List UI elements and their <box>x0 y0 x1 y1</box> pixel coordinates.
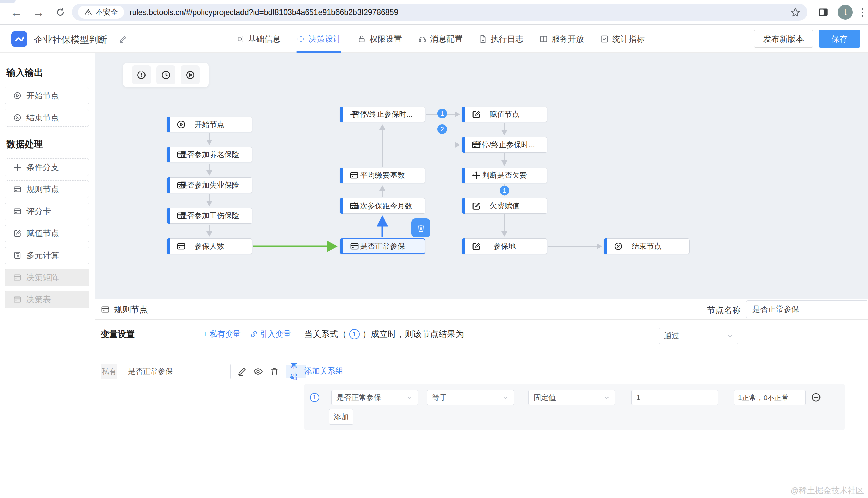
tab-statistics[interactable]: 统计指标 <box>600 25 645 53</box>
palette-item-assign-node[interactable]: 赋值节点 <box>5 225 89 242</box>
import-variable-link[interactable]: 引入变量 <box>250 329 291 339</box>
delete-node-button[interactable] <box>411 219 431 237</box>
flow-node-insured-place[interactable]: 参保地 <box>462 238 548 254</box>
move-icon <box>13 163 22 172</box>
flow-node-unemployment[interactable]: 是否参加失业保险 <box>167 178 252 193</box>
reload-icon <box>55 7 65 17</box>
tab-message-config[interactable]: 消息配置 <box>418 25 463 53</box>
app-header: 企业社保模型判断 基础信息 决策设计 权限设置 消息配置 执行日志 服务开放 <box>0 25 868 53</box>
flow-node-assign[interactable]: 赋值节点 <box>462 106 548 122</box>
x-circle-icon <box>614 241 623 251</box>
header-tabs: 基础信息 决策设计 权限设置 消息配置 执行日志 服务开放 统计指标 <box>236 25 645 53</box>
node-name-input[interactable] <box>746 300 867 318</box>
palette-item-multi-calc[interactable]: 多元计算 <box>5 247 89 264</box>
flow-node-arrears-assign[interactable]: 欠费赋值 <box>462 198 548 214</box>
add-relation-group-link[interactable]: 添加关系组 <box>304 366 343 376</box>
condition-value-type-select[interactable]: 固定值 <box>528 390 615 405</box>
flow-node-pension[interactable]: 是否参加养老保险 <box>167 147 252 162</box>
trash-icon <box>416 223 426 233</box>
palette-item-decision-matrix: 决策矩阵 <box>5 269 89 286</box>
card-icon <box>13 295 22 304</box>
flow-node-start[interactable]: 开始节点 <box>167 117 252 132</box>
palette-item-score-card[interactable]: 评分卡 <box>5 202 89 220</box>
edit-icon <box>472 201 481 211</box>
flow-node-insured-count[interactable]: 参保人数 <box>167 238 252 254</box>
condition-remark-input[interactable] <box>734 390 806 405</box>
browser-menu-icon[interactable] <box>862 8 863 17</box>
security-chip[interactable]: 不安全 <box>78 6 124 19</box>
validate-button[interactable] <box>132 65 151 84</box>
add-condition-button[interactable]: 添加 <box>329 409 353 425</box>
lock-icon <box>357 35 366 43</box>
tab-basic-info[interactable]: 基础信息 <box>236 25 280 53</box>
chevron-down-icon <box>726 332 733 339</box>
save-button[interactable]: 保存 <box>819 30 860 48</box>
flow-canvas[interactable]: 开始节点 是否参加养老保险 是否参加失业保险 是否参加工伤保险 参保人数 暂停/… <box>95 53 868 299</box>
run-button[interactable] <box>181 65 200 84</box>
add-private-variable-link[interactable]: + 私有变量 <box>202 329 241 339</box>
clock-icon <box>161 70 171 80</box>
bookmark-star-icon[interactable] <box>790 6 801 18</box>
x-circle-icon <box>13 113 22 122</box>
edit-title-icon[interactable] <box>119 35 128 43</box>
condition-index-badge: 1 <box>310 393 319 402</box>
trash-icon[interactable] <box>269 366 279 377</box>
book-icon <box>539 35 548 43</box>
card-icon <box>350 241 359 251</box>
play-circle-icon <box>13 91 22 100</box>
condition-operator-select[interactable]: 等于 <box>427 390 514 405</box>
edit-icon <box>472 109 481 119</box>
node-config-panel: 规则节点 节点名称 变量设置 + 私有变量 引入变量 私有 基础 当 <box>95 299 868 498</box>
edit-icon <box>13 229 22 238</box>
card-icon <box>101 305 110 314</box>
flow-node-end[interactable]: 结束节点 <box>604 238 689 254</box>
edit-variable-icon[interactable] <box>237 366 247 377</box>
history-button[interactable] <box>156 65 175 84</box>
flow-node-suspend-terminate-1[interactable]: 暂停/终止参保时... <box>340 106 425 122</box>
plus-icon: + <box>202 329 208 339</box>
tab-service-open[interactable]: 服务开放 <box>539 25 584 53</box>
eye-icon[interactable] <box>253 366 263 377</box>
remove-condition-icon[interactable] <box>811 392 821 402</box>
variable-name-input[interactable] <box>123 364 231 379</box>
palette-item-decision-table: 决策表 <box>5 291 89 309</box>
card-icon <box>472 140 481 149</box>
tab-permissions[interactable]: 权限设置 <box>357 25 402 53</box>
browser-avatar[interactable]: t <box>838 5 853 20</box>
flow-node-avg-base[interactable]: 平均缴费基数 <box>340 168 425 183</box>
tab-execution-log[interactable]: 执行日志 <box>478 25 523 53</box>
condition-field-select[interactable]: 是否正常参保 <box>331 390 418 405</box>
chevron-down-icon <box>603 394 610 401</box>
browser-reload-button[interactable] <box>52 3 69 21</box>
palette-item-end-node[interactable]: 结束节点 <box>5 109 89 127</box>
palette-item-rule-node[interactable]: 规则节点 <box>5 181 89 198</box>
result-select[interactable]: 通过 <box>659 328 738 344</box>
browser-forward-button[interactable]: → <box>30 3 48 21</box>
flow-node-judge-arrears[interactable]: 判断是否欠费 <box>462 168 548 183</box>
variable-row: 私有 基础 <box>101 364 306 379</box>
flow-node-injury[interactable]: 是否参加工伤保险 <box>167 208 252 224</box>
headset-icon <box>418 35 427 43</box>
flow-node-suspend-terminate-2[interactable]: 暂停/终止参保时... <box>462 137 548 153</box>
url-text[interactable]: rules.bctools.cn/#/policyprojectadd?id=b… <box>130 8 790 17</box>
card-icon <box>176 150 186 159</box>
relation-section: 当关系式（ 1 ）成立时，则该节点结果为 通过 添加关系组 1 是否正常参保 等… <box>299 319 868 498</box>
edge-relation-badge: 1 <box>500 186 510 195</box>
side-panel-icon[interactable] <box>817 6 829 18</box>
flow-node-normal-insured[interactable]: 是否正常参保 <box>340 238 425 254</box>
move-icon <box>297 35 305 43</box>
condition-value-input[interactable] <box>631 390 719 405</box>
edge-relation-badge: 1 <box>437 108 447 118</box>
browser-back-button[interactable]: ← <box>8 3 25 21</box>
tab-decision-design[interactable]: 决策设计 <box>297 25 341 53</box>
address-bar[interactable]: 不安全 rules.bctools.cn/#/policyprojectadd?… <box>72 4 807 21</box>
variable-scope-tag: 私有 <box>101 364 117 379</box>
flow-node-first-insured-months[interactable]: 首次参保距今月数 <box>340 198 425 214</box>
card-icon <box>350 201 359 211</box>
play-circle-icon <box>176 120 186 129</box>
node-palette-sidebar: 输入输出 开始节点 结束节点 数据处理 条件分支 规则节点 评分卡 赋值节点 多… <box>0 53 94 498</box>
card-icon <box>13 185 22 194</box>
palette-item-start-node[interactable]: 开始节点 <box>5 87 89 104</box>
publish-version-button[interactable]: 发布新版本 <box>754 30 813 48</box>
palette-item-condition-branch[interactable]: 条件分支 <box>5 158 89 176</box>
